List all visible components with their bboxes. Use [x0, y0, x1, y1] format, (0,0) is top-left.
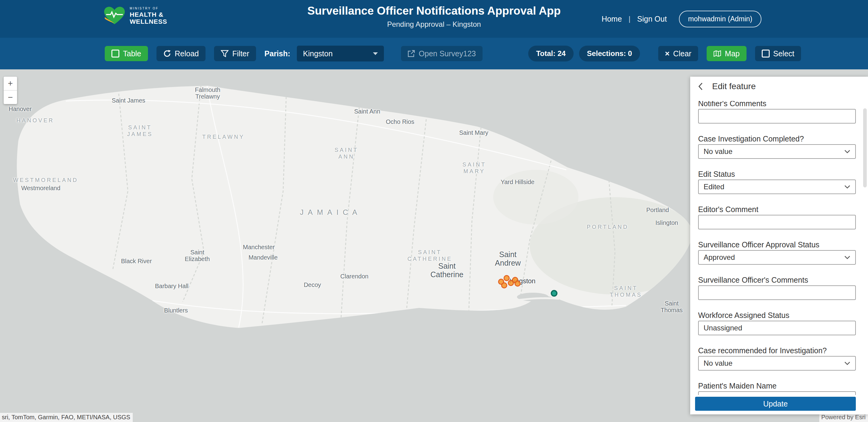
- external-link-icon: [408, 50, 415, 57]
- back-button[interactable]: [697, 81, 704, 92]
- panel-field-edit-status: Edit StatusEdited: [698, 170, 856, 194]
- panel-scrollbar[interactable]: [863, 108, 867, 187]
- panel-title: Edit feature: [712, 82, 756, 91]
- field-value: Approved: [704, 253, 735, 262]
- field-input[interactable]: Unassigned: [698, 321, 856, 335]
- selected-feature-point[interactable]: [551, 290, 557, 297]
- zoom-in-button[interactable]: +: [4, 77, 17, 91]
- field-value: No value: [704, 147, 733, 156]
- field-value: Unassigned: [704, 324, 742, 332]
- page-title: Surveillance Officer Notifications Appro…: [308, 5, 561, 17]
- open-survey123-label: Open Survey123: [418, 49, 476, 58]
- parish-select-value: Kingston: [303, 49, 333, 58]
- panel-field-case-recommended-for-investigation: Case recommended for Investigation?No va…: [698, 346, 856, 370]
- field-value: Edited: [704, 183, 724, 191]
- update-button[interactable]: Update: [695, 397, 856, 411]
- field-label: Edit Status: [698, 170, 856, 178]
- panel-field-workforce-assigned-status: Workforce Assigned StatusUnassigned: [698, 311, 856, 335]
- select-button-label: Select: [773, 49, 794, 58]
- zoom-out-button[interactable]: −: [4, 91, 17, 104]
- field-label: Notifier's Comments: [698, 101, 856, 108]
- field-label: Case Investigation Completed?: [698, 134, 856, 143]
- logo-ministry-of: MINISTRY OF: [130, 7, 167, 10]
- field-label: Surveillance Officer Approval Status: [698, 240, 856, 249]
- select-icon: [762, 50, 770, 58]
- field-input[interactable]: [698, 109, 856, 124]
- table-icon: [112, 50, 119, 58]
- toolbar: Table Reload Filter Parish: Kingston O: [0, 38, 868, 69]
- field-label: Surveillance Officer's Comments: [698, 275, 856, 284]
- field-label: Workforce Assigned Status: [698, 311, 856, 320]
- panel-field-notifier-s-comments: Notifier's Comments: [698, 101, 856, 124]
- chevron-down-icon: [844, 361, 850, 365]
- field-label: Case recommended for Investigation?: [698, 346, 856, 355]
- title-block: Surveillance Officer Notifications Appro…: [308, 5, 561, 29]
- field-select[interactable]: Edited: [698, 180, 856, 194]
- map-attribution: sri, TomTom, Garmin, FAO, METI/NASA, USG…: [0, 413, 133, 422]
- field-input[interactable]: [698, 391, 856, 395]
- reload-icon: [163, 50, 171, 58]
- chevron-down-icon: [844, 256, 850, 259]
- map-button-label: Map: [725, 49, 740, 58]
- reload-button[interactable]: Reload: [156, 46, 206, 61]
- logo-wellness: WELLNESS: [130, 18, 167, 25]
- table-button[interactable]: Table: [105, 46, 148, 61]
- filter-icon: [221, 50, 229, 57]
- field-label: Patient's Maiden Name: [698, 382, 856, 390]
- table-button-label: Table: [123, 49, 141, 58]
- case-feature-point[interactable]: [515, 281, 521, 287]
- app-header: MINISTRY OF HEALTH & WELLNESS Surveillan…: [0, 0, 868, 38]
- field-select[interactable]: No value: [698, 356, 856, 370]
- reload-button-label: Reload: [175, 49, 199, 58]
- panel-field-case-investigation-completed: Case Investigation Completed?No value: [698, 134, 856, 159]
- clear-button[interactable]: × Clear: [658, 46, 698, 61]
- clear-button-label: Clear: [673, 49, 691, 58]
- panel-field-surveillance-officer-approval-status: Surveillance Officer Approval StatusAppr…: [698, 240, 856, 265]
- header-nav: Home | Sign Out mohwadmin (Admin): [601, 0, 762, 38]
- field-label: Editor's Comment: [698, 205, 856, 214]
- close-icon: ×: [665, 50, 670, 58]
- home-link[interactable]: Home: [601, 14, 622, 24]
- panel-field-surveillance-officer-s-comments: Surveillance Officer's Comments: [698, 275, 856, 300]
- page-subtitle: Pending Approval – Kingston: [308, 20, 561, 29]
- field-value: No value: [704, 359, 733, 367]
- app-window: MINISTRY OF HEALTH & WELLNESS Surveillan…: [0, 0, 868, 422]
- panel-header: Edit feature: [690, 77, 868, 101]
- map-icon: [713, 50, 721, 57]
- total-count-badge: Total: 24: [528, 46, 574, 61]
- panel-field-patient-s-maiden-name: Patient's Maiden Name: [698, 382, 856, 395]
- parish-label: Parish:: [265, 49, 290, 58]
- zoom-control: + −: [4, 77, 17, 104]
- panel-body: Notifier's CommentsCase Investigation Co…: [690, 101, 868, 395]
- nav-separator: |: [629, 14, 630, 23]
- field-input[interactable]: [698, 215, 856, 229]
- panel-field-editor-s-comment: Editor's Comment: [698, 205, 856, 229]
- field-input[interactable]: [698, 285, 856, 300]
- filter-button-label: Filter: [232, 49, 249, 58]
- logo-health: HEALTH &: [130, 11, 167, 18]
- select-button[interactable]: Select: [755, 46, 801, 61]
- chevron-down-icon: [844, 150, 850, 153]
- parish-select[interactable]: Kingston: [297, 46, 384, 61]
- field-select[interactable]: No value: [698, 144, 856, 159]
- mohw-logo: MINISTRY OF HEALTH & WELLNESS: [103, 6, 167, 26]
- caret-down-icon: [373, 52, 378, 55]
- selections-count-badge: Selections: 0: [579, 46, 640, 61]
- health-heart-icon: [103, 6, 125, 26]
- chevron-left-icon: [698, 83, 703, 90]
- case-feature-point[interactable]: [501, 282, 507, 288]
- map-button[interactable]: Map: [707, 46, 746, 61]
- field-select[interactable]: Approved: [698, 250, 856, 265]
- chevron-down-icon: [844, 185, 850, 189]
- panel-footer: Update: [690, 397, 868, 414]
- edit-feature-panel: Edit feature Notifier's CommentsCase Inv…: [690, 77, 868, 414]
- logo-text: MINISTRY OF HEALTH & WELLNESS: [130, 7, 167, 25]
- map-canvas[interactable]: HanoverHANOVERSaint JamesSAINTJAMESFalmo…: [0, 69, 868, 422]
- sign-out-link[interactable]: Sign Out: [637, 14, 667, 24]
- open-survey123-button[interactable]: Open Survey123: [401, 46, 483, 61]
- user-badge[interactable]: mohwadmin (Admin): [679, 11, 762, 27]
- filter-button[interactable]: Filter: [214, 46, 256, 61]
